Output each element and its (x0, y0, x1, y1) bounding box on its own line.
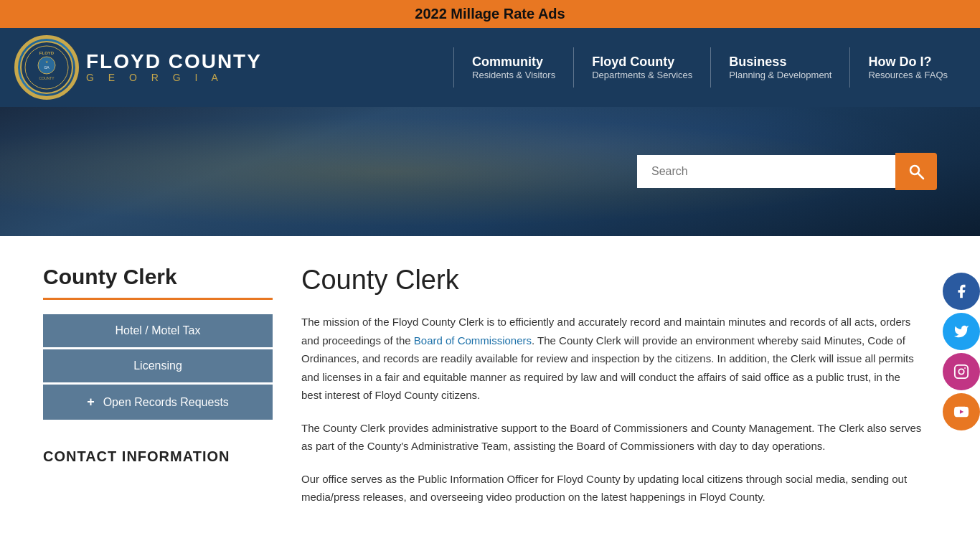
sidebar-item-licensing[interactable]: Licensing (43, 349, 273, 382)
twitter-icon (953, 324, 969, 339)
svg-point-10 (958, 369, 963, 374)
open-records-label: Open Records Requests (103, 396, 229, 409)
nav-item-community[interactable]: Community Residents & Visitors (453, 47, 573, 88)
banner-text: 2022 Millage Rate Ads (415, 6, 565, 22)
search-input[interactable] (637, 155, 895, 188)
social-sidebar (943, 273, 980, 430)
facebook-icon (953, 283, 969, 299)
svg-text:FLOYD: FLOYD (39, 51, 55, 55)
svg-rect-9 (955, 365, 968, 378)
nav-item-floyd-county[interactable]: Floyd County Departments & Services (573, 47, 710, 88)
nav-business-title: Business (729, 55, 831, 70)
state-name: G E O R G I A (86, 72, 262, 83)
search-button[interactable] (895, 153, 937, 190)
nav-floyd-sub: Departments & Services (592, 70, 692, 80)
licensing-label: Licensing (133, 359, 182, 372)
nav-how-title: How Do I? (868, 55, 948, 70)
youtube-button[interactable] (943, 393, 980, 430)
hero-section (0, 107, 980, 236)
content-paragraph-2: The County Clerk provides administrative… (301, 419, 923, 456)
nav-item-business[interactable]: Business Planning & Development (710, 47, 849, 88)
sidebar-divider (43, 298, 273, 300)
svg-point-11 (964, 367, 966, 369)
nav-community-sub: Residents & Visitors (472, 70, 555, 80)
top-banner[interactable]: 2022 Millage Rate Ads (0, 0, 980, 28)
search-area (637, 153, 937, 190)
svg-text:GA: GA (44, 65, 50, 70)
nav-how-sub: Resources & FAQs (868, 70, 948, 80)
content-paragraph-1: The mission of the Floyd County Clerk is… (301, 313, 923, 405)
nav-floyd-title: Floyd County (592, 55, 692, 70)
content-area: County Clerk The mission of the Floyd Co… (301, 265, 937, 521)
svg-text:COUNTY: COUNTY (39, 76, 55, 80)
page-title: County Clerk (301, 265, 923, 296)
youtube-icon (953, 404, 969, 420)
hotel-tax-label: Hotel / Motel Tax (116, 324, 201, 337)
logo-inner: FLOYD COUNTY ★ GA (18, 39, 75, 96)
content-paragraph-3: Our office serves as the Public Informat… (301, 470, 923, 507)
sidebar-title: County Clerk (43, 265, 273, 289)
board-commissioners-link[interactable]: Board of Commissioners (414, 334, 532, 347)
expand-icon: + (87, 395, 95, 410)
sidebar-item-hotel-tax[interactable]: Hotel / Motel Tax (43, 314, 273, 347)
sidebar-item-open-records[interactable]: + Open Records Requests (43, 385, 273, 420)
contact-title: CONTACT INFORMATION (43, 448, 273, 465)
instagram-icon (953, 364, 969, 380)
instagram-button[interactable] (943, 353, 980, 390)
county-name: FLOYD COUNTY (86, 52, 262, 72)
logo-seal: FLOYD COUNTY ★ GA (14, 35, 79, 100)
nav-community-title: Community (472, 55, 555, 70)
search-icon (908, 163, 925, 180)
facebook-button[interactable] (943, 273, 980, 310)
header: FLOYD COUNTY ★ GA FLOYD COUNTY G E O R G… (0, 28, 980, 107)
svg-line-8 (918, 174, 923, 179)
contact-section: CONTACT INFORMATION (43, 448, 273, 465)
sidebar-menu: Hotel / Motel Tax Licensing + Open Recor… (43, 314, 273, 420)
main-content: County Clerk Hotel / Motel Tax Licensing… (43, 236, 937, 550)
main-nav: Community Residents & Visitors Floyd Cou… (262, 47, 966, 88)
logo-text: FLOYD COUNTY G E O R G I A (86, 52, 262, 83)
seal-svg: FLOYD COUNTY ★ GA (19, 40, 74, 95)
nav-item-how-do-i[interactable]: How Do I? Resources & FAQs (849, 47, 966, 88)
twitter-button[interactable] (943, 313, 980, 350)
nav-business-sub: Planning & Development (729, 70, 831, 80)
logo-area: FLOYD COUNTY ★ GA FLOYD COUNTY G E O R G… (14, 35, 262, 100)
sidebar: County Clerk Hotel / Motel Tax Licensing… (43, 265, 273, 521)
